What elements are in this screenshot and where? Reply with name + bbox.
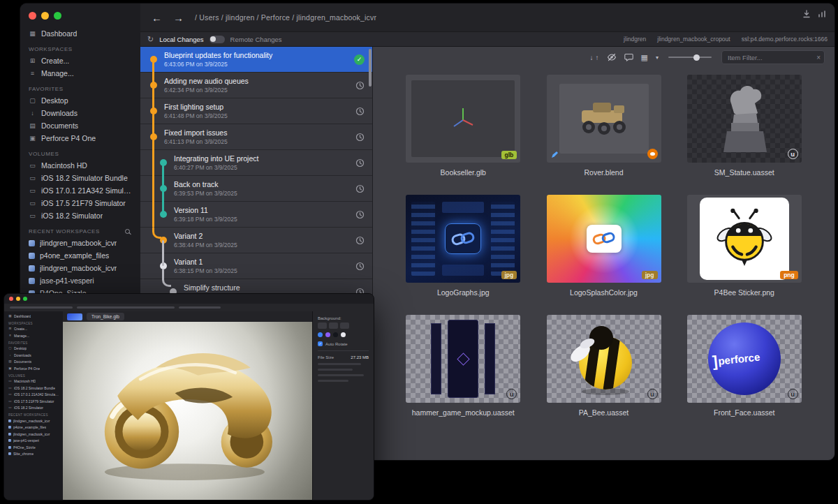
sidebar-item[interactable]: ▭iOS 18.2 Simulator xyxy=(4,405,63,412)
zoom-window-button[interactable] xyxy=(23,297,27,301)
timeline-scrollbar[interactable] xyxy=(369,49,372,87)
timeline-row[interactable]: Adding new audio queues6:42:34 PM on 3/9… xyxy=(140,73,372,98)
view-options-caret-icon[interactable]: ▾ xyxy=(656,54,659,61)
sidebar-item[interactable]: ▭iOS 17.5 21F79 Simulator xyxy=(4,398,63,405)
timeline-row[interactable]: Variant 16:38:15 PM on 3/9/2025 xyxy=(140,253,372,279)
comments-icon[interactable] xyxy=(624,53,633,61)
asset-card[interactable]: uPA_Bee.uasset xyxy=(547,315,661,417)
sidebar-item[interactable]: jlindgren_macbook_icvr xyxy=(4,417,63,424)
sidebar-item[interactable]: ▣Perforce P4 One xyxy=(20,132,140,144)
asset-thumbnail[interactable]: u xyxy=(687,75,802,163)
asset-card[interactable]: uhammer_game_mockup.uasset xyxy=(406,315,520,417)
close-window-button[interactable] xyxy=(29,12,36,20)
asset-card[interactable]: pngP4Bee Sticker.png xyxy=(687,195,802,297)
download-icon[interactable] xyxy=(802,8,811,21)
swatch[interactable] xyxy=(329,323,338,329)
breadcrumb[interactable]: / Users / jlindgren / Perforce / jlindgr… xyxy=(195,13,376,22)
history-clock-icon[interactable] xyxy=(355,236,365,245)
asset-thumbnail[interactable]: glb xyxy=(406,75,520,163)
timeline-row[interactable]: Variant 26:38:44 PM on 3/9/2025 xyxy=(140,228,372,253)
color-dot[interactable] xyxy=(341,332,346,337)
sidebar-item[interactable]: jlindgren_macbook_icvr xyxy=(20,262,140,274)
asset-thumbnail[interactable]: u xyxy=(547,315,661,403)
sidebar-item[interactable]: Slite_chrome xyxy=(4,451,63,458)
asset-thumbnail[interactable]: jpg xyxy=(547,195,661,283)
grid-view-icon[interactable]: ▦ xyxy=(641,54,648,61)
viewer-tab[interactable]: Tron_Bike.glb xyxy=(87,313,124,320)
timeline-row[interactable]: First lighting setup6:41:48 PM on 3/9/20… xyxy=(140,98,372,124)
sidebar-item[interactable]: ≡Manage... xyxy=(4,332,63,339)
history-clock-icon[interactable] xyxy=(355,210,365,219)
history-clock-icon[interactable] xyxy=(355,81,365,90)
history-clock-icon[interactable] xyxy=(355,262,365,271)
minimize-window-button[interactable] xyxy=(16,297,20,301)
zoom-window-button[interactable] xyxy=(54,12,61,20)
swatch[interactable] xyxy=(318,323,327,329)
timeline-row[interactable]: Back on track6:39:53 PM on 3/9/2025 xyxy=(140,176,372,201)
sidebar-item[interactable]: jlindgren_macbook_icvr xyxy=(4,431,63,438)
sidebar-item[interactable]: ▢Desktop xyxy=(20,94,140,107)
thumbnail-size-slider[interactable] xyxy=(668,57,712,58)
sidebar-item[interactable]: ↓Downloads xyxy=(20,107,140,119)
color-dot[interactable] xyxy=(325,332,330,337)
asset-card[interactable]: ]perforceuFront_Face.uasset xyxy=(687,315,802,417)
item-filter-input[interactable] xyxy=(721,50,825,64)
sidebar-item[interactable]: ▤Documents xyxy=(4,359,63,366)
activity-icon[interactable] xyxy=(818,8,826,21)
sidebar-item[interactable]: ▭Macintosh HD xyxy=(4,378,63,385)
color-dot[interactable] xyxy=(333,332,338,337)
refresh-icon[interactable]: ↻ xyxy=(147,36,154,43)
swatch[interactable] xyxy=(340,323,349,329)
sidebar-item-dashboard[interactable]: ▦Dashboard xyxy=(20,27,140,40)
minimize-window-button[interactable] xyxy=(41,12,49,20)
sidebar-item[interactable]: jase-p41-vesperi xyxy=(20,274,140,287)
sort-asc-icon[interactable]: ↑ xyxy=(596,54,599,61)
sidebar-item[interactable]: ▭iOS 17.0.1 21A342 Simulator xyxy=(4,392,63,399)
history-clock-icon[interactable] xyxy=(355,158,365,168)
sidebar-item[interactable]: ▤Documents xyxy=(20,119,140,132)
tab-local-changes[interactable]: Local Changes xyxy=(159,36,203,43)
asset-card[interactable]: uSM_Statue.uasset xyxy=(687,75,802,177)
asset-card[interactable]: jpgLogoGraphs.jpg xyxy=(406,195,520,297)
sidebar-item[interactable]: ▭iOS 18.2 Simulator Bundle xyxy=(20,172,140,184)
asset-thumbnail[interactable]: png xyxy=(687,195,802,283)
timeline-row[interactable]: Integrating into UE project6:40:27 PM on… xyxy=(140,150,372,175)
sidebar-item[interactable]: ▣Perforce P4 One xyxy=(4,365,63,372)
submitted-check-icon[interactable]: ✓ xyxy=(354,54,365,65)
tab-remote-changes[interactable]: Remote Changes xyxy=(230,36,282,43)
sidebar-item[interactable]: ▢Desktop xyxy=(4,346,63,353)
sidebar-item[interactable]: ▭iOS 17.5 21F79 Simulator xyxy=(20,197,140,209)
sidebar-item[interactable]: ≡Manage... xyxy=(20,67,140,80)
asset-thumbnail[interactable]: ]perforceu xyxy=(687,315,802,403)
timeline-row[interactable]: Version 116:39:18 PM on 3/9/2025 xyxy=(140,202,372,227)
sidebar-item[interactable]: p4one_example_files xyxy=(4,424,63,431)
history-clock-icon[interactable] xyxy=(355,107,365,116)
forward-button[interactable]: → xyxy=(173,13,184,23)
search-icon[interactable] xyxy=(125,229,130,234)
timeline-row[interactable]: Fixed import issues6:41:13 PM on 3/9/202… xyxy=(140,124,372,149)
hide-preview-icon[interactable] xyxy=(607,53,617,61)
sort-desc-icon[interactable]: ↓ xyxy=(590,54,594,61)
sidebar-item[interactable]: ⊞Create... xyxy=(4,326,63,333)
sidebar-item[interactable]: p4one_example_files xyxy=(20,249,140,262)
asset-card[interactable]: jpgLogoSplashColor.jpg xyxy=(547,195,661,297)
sidebar-item[interactable]: ▭iOS 17.0.1 21A342 Simulator xyxy=(20,184,140,197)
clear-filter-icon[interactable]: × xyxy=(816,54,821,61)
asset-card[interactable]: glbBookseller.glb xyxy=(406,75,520,177)
local-remote-toggle[interactable] xyxy=(210,36,225,43)
sidebar-item[interactable]: ▭iOS 18.2 Simulator xyxy=(20,209,140,222)
timeline-row[interactable]: Blueprint updates for functionality6:43:… xyxy=(140,47,372,72)
sidebar-item[interactable]: ▭Macintosh HD xyxy=(20,159,140,172)
asset-card[interactable]: Rover.blend xyxy=(547,75,661,177)
asset-thumbnail[interactable]: u xyxy=(406,315,520,403)
history-clock-icon[interactable] xyxy=(355,184,365,193)
sidebar-item-dashboard[interactable]: ▦Dashboard xyxy=(4,313,63,320)
asset-thumbnail[interactable]: jpg xyxy=(406,195,520,283)
sidebar-item[interactable]: ⊞Create... xyxy=(20,54,140,67)
auto-rotate-checkbox[interactable]: ✓ xyxy=(318,341,323,346)
sidebar-item[interactable]: P4One_Sizzle xyxy=(4,444,63,451)
close-window-button[interactable] xyxy=(9,297,13,301)
viewer-canvas[interactable] xyxy=(63,322,312,500)
sidebar-item[interactable]: ↓Downloads xyxy=(4,352,63,359)
sidebar-item[interactable]: jase-p41-vesperi xyxy=(4,438,63,445)
